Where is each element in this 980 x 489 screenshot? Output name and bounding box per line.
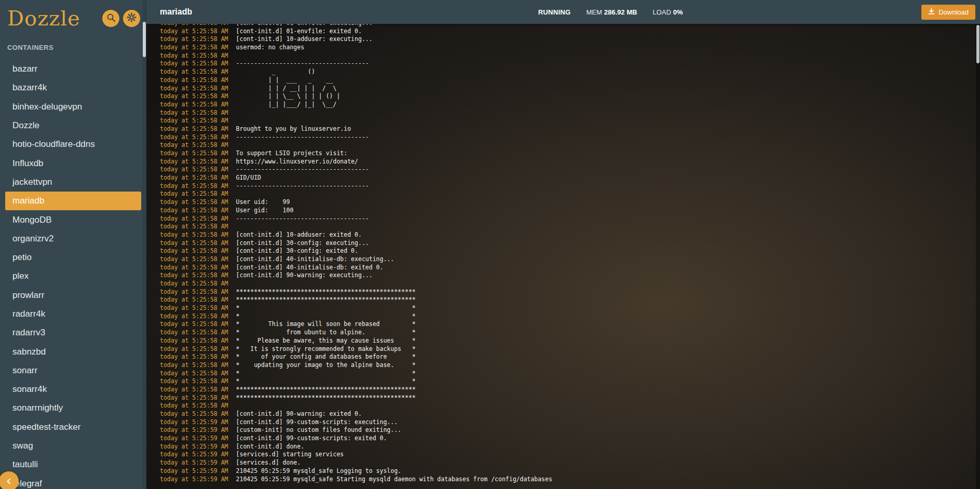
log-line: today at 5:25:58 AM*********************… xyxy=(160,296,980,304)
sidebar-container-item[interactable]: prowlarr xyxy=(5,286,141,305)
sidebar-container-item[interactable]: bazarr xyxy=(5,60,141,78)
log-timestamp: today at 5:25:59 AM xyxy=(160,467,228,474)
container-name: sonarr xyxy=(12,365,37,376)
sidebar-container-item[interactable]: mariadb xyxy=(5,192,141,210)
log-message: * * xyxy=(236,370,416,377)
log-line: today at 5:25:59 AM[cont-init.d] 99-cust… xyxy=(160,418,980,427)
log-message: [services.d] done. xyxy=(236,459,301,466)
container-title: mariadb xyxy=(160,7,192,17)
sidebar-container-item[interactable]: Dozzle xyxy=(5,116,141,135)
sidebar-scrollbar-thumb[interactable] xyxy=(143,22,146,57)
sidebar-container-item[interactable]: radarrv3 xyxy=(5,323,141,342)
log-message: ------------------------------------- xyxy=(236,166,369,173)
log-timestamp: today at 5:25:58 AM xyxy=(160,28,228,35)
log-timestamp: today at 5:25:58 AM xyxy=(160,68,228,75)
log-timestamp: today at 5:25:59 AM xyxy=(160,459,228,466)
log-line: today at 5:25:58 AM* * xyxy=(160,313,980,321)
download-button[interactable]: Download xyxy=(921,5,975,20)
log-timestamp: today at 5:25:58 AM xyxy=(160,361,228,369)
container-name: tautulli xyxy=(12,459,38,470)
log-line: today at 5:25:58 AM[cont-init.d] 90-warn… xyxy=(160,410,980,418)
log-line: today at 5:25:58 AM---------------------… xyxy=(160,60,980,68)
log-timestamp: today at 5:25:58 AM xyxy=(160,264,228,271)
log-line: today at 5:25:58 AM* It is strongly reco… xyxy=(160,345,980,354)
sidebar-container-item[interactable]: sonarr4k xyxy=(5,380,141,399)
log-message: [cont-init.d] 99-custom-scripts: executi… xyxy=(236,418,398,426)
sidebar-container-item[interactable]: jackettvpn xyxy=(5,173,141,192)
sidebar-container-item[interactable]: petio xyxy=(5,248,141,267)
log-message: [cont-init.d] 01-envfile: executing... xyxy=(236,24,373,26)
log-line: today at 5:25:58 AM | | / __| | | / \ xyxy=(160,85,980,93)
log-timestamp: today at 5:25:58 AM xyxy=(160,386,228,393)
log-timestamp: today at 5:25:58 AM xyxy=(160,125,228,132)
status-badge: RUNNING xyxy=(538,8,571,16)
log-line: today at 5:25:58 AM[cont-init.d] 30-conf… xyxy=(160,239,980,248)
sidebar-container-item[interactable]: tautulli xyxy=(5,455,141,474)
sidebar-container-item[interactable]: hotio-cloudflare-ddns xyxy=(5,135,141,154)
container-name: mariadb xyxy=(12,196,44,206)
log-line: today at 5:25:58 AM[cont-init.d] 10-addu… xyxy=(160,231,980,239)
chevron-left-icon: ‹ xyxy=(6,473,12,487)
container-name: sonarrnightly xyxy=(12,403,63,413)
log-line: today at 5:25:58 AM* Please be aware, th… xyxy=(160,337,980,345)
log-timestamp: today at 5:25:58 AM xyxy=(160,141,228,148)
container-stats: RUNNING MEM286.92 MB LOAD0% xyxy=(538,8,683,16)
sidebar-container-item[interactable]: radarr4k xyxy=(5,305,141,323)
log-timestamp: today at 5:25:58 AM xyxy=(160,182,228,189)
sidebar-container-item[interactable]: Influxdb xyxy=(5,154,141,172)
collapse-sidebar-button[interactable]: ‹ xyxy=(0,471,19,489)
log-line: today at 5:25:58 AM[cont-init.d] 01-envf… xyxy=(160,24,980,28)
sidebar-container-item[interactable]: plex xyxy=(5,267,141,286)
log-line: today at 5:25:58 AM[cont-init.d] 40-init… xyxy=(160,255,980,264)
sidebar-scrollbar[interactable] xyxy=(142,0,146,489)
log-line: today at 5:25:58 AMBrought to you by lin… xyxy=(160,125,980,133)
sidebar-container-item[interactable]: sonarrnightly xyxy=(5,399,141,417)
sidebar-container-item[interactable]: binhex-delugevpn xyxy=(5,98,141,116)
log-line: today at 5:25:58 AM* * xyxy=(160,370,980,378)
sidebar: Dozzle xyxy=(0,0,146,489)
sidebar-container-item[interactable]: telegraf xyxy=(5,474,141,489)
page-scrollbar-thumb[interactable] xyxy=(976,25,979,63)
log-message: * This image will soon be rebased * xyxy=(236,320,416,328)
log-message: * of your config and databases before * xyxy=(236,353,416,360)
log-line: today at 5:25:58 AM _ () xyxy=(160,68,980,76)
log-message: ------------------------------------- xyxy=(236,182,369,189)
container-name: petio xyxy=(12,252,32,263)
log-line: today at 5:25:58 AM* This image will soo… xyxy=(160,320,980,329)
load-stat: LOAD0% xyxy=(652,8,683,16)
sidebar-container-item[interactable]: sonarr xyxy=(5,361,141,380)
log-timestamp: today at 5:25:59 AM xyxy=(160,476,228,483)
log-line: today at 5:25:58 AM*********************… xyxy=(160,386,980,394)
log-line: today at 5:25:58 AM[cont-init.d] 30-conf… xyxy=(160,247,980,255)
log-timestamp: today at 5:25:58 AM xyxy=(160,280,228,287)
log-message: 210425 05:25:59 mysqld_safe Starting mys… xyxy=(236,476,552,483)
log-line: today at 5:25:58 AM[cont-init.d] 10-addu… xyxy=(160,35,980,44)
log-message: * * xyxy=(236,377,416,385)
log-line: today at 5:25:59 AM[services.d] starting… xyxy=(160,451,980,459)
container-name: speedtest-tracker xyxy=(12,422,80,432)
log-timestamp: today at 5:25:58 AM xyxy=(160,60,228,67)
log-line: today at 5:25:58 AM |_| |___/ |_| \__/ xyxy=(160,101,980,109)
log-timestamp: today at 5:25:59 AM xyxy=(160,418,228,426)
log-timestamp: today at 5:25:58 AM xyxy=(160,158,228,165)
log-timestamp: today at 5:25:58 AM xyxy=(160,247,228,254)
log-view[interactable]: today at 5:25:58 AM[cont-init.d] 01-envf… xyxy=(146,24,980,489)
search-button[interactable] xyxy=(102,10,119,27)
log-message: ****************************************… xyxy=(236,386,416,393)
page-scrollbar[interactable] xyxy=(976,24,980,489)
log-line: today at 5:25:58 AM---------------------… xyxy=(160,166,980,174)
sidebar-container-item[interactable]: bazarr4k xyxy=(5,78,141,97)
sidebar-container-item[interactable]: speedtest-tracker xyxy=(5,418,141,437)
settings-button[interactable] xyxy=(123,10,140,27)
log-message: User gid: 100 xyxy=(236,207,294,214)
sidebar-container-item[interactable]: organizrv2 xyxy=(5,229,141,248)
gear-icon xyxy=(127,12,137,24)
sidebar-container-item[interactable]: swag xyxy=(5,437,141,455)
log-message: usermod: no changes xyxy=(236,44,305,51)
log-line: today at 5:25:58 AM* updating your image… xyxy=(160,361,980,370)
container-list[interactable]: bazarr bazarr4k binhex-delugevpn Dozzle … xyxy=(0,55,146,489)
log-timestamp: today at 5:25:58 AM xyxy=(160,117,228,124)
dozzle-app: Dozzle xyxy=(0,0,980,489)
sidebar-container-item[interactable]: MongoDB xyxy=(5,210,141,229)
sidebar-container-item[interactable]: sabnzbd xyxy=(5,342,141,361)
